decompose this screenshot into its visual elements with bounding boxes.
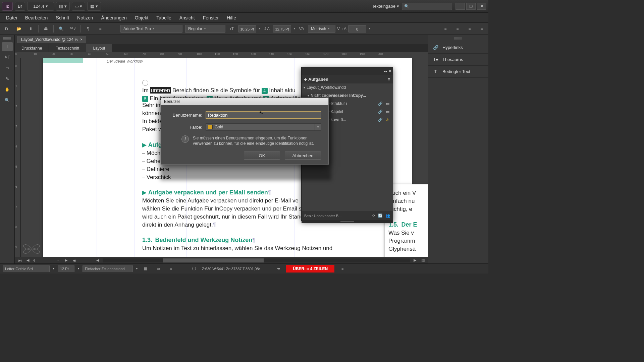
screen-mode-button[interactable]: ▭ ▾ (72, 2, 86, 11)
status-size-input[interactable]: 12 Pt (58, 265, 74, 272)
watermark-icon (21, 241, 42, 257)
panel-thesaurus[interactable]: T≡ Thesaurus (428, 54, 488, 66)
warning-icon: ⚠ (385, 117, 391, 123)
page-icon[interactable]: ▭ (154, 265, 163, 273)
panel-grip[interactable] (454, 37, 463, 40)
font-size-input[interactable]: 10,25 Pt (238, 25, 256, 33)
color-select[interactable]: Gold (206, 123, 315, 131)
search-input[interactable]: 🔍 (402, 3, 452, 10)
eyedropper-tool[interactable]: ✎ (2, 74, 13, 83)
align-right-icon[interactable]: ≡ (465, 25, 474, 33)
bridge-button[interactable]: Br (15, 2, 25, 11)
page-dropdown-icon[interactable]: ▾ (55, 258, 61, 263)
tools-panel: T ✎T ▭ ✎ ✋ 🔍 (0, 35, 15, 263)
vertical-ruler: 0123456789 (15, 58, 21, 257)
align-left-icon[interactable]: ≡ (441, 25, 450, 33)
view-options-button[interactable]: ▥ ▾ (56, 2, 70, 11)
flyout-icon[interactable]: ≡ (96, 25, 105, 33)
page-number-input[interactable]: 4 (33, 258, 53, 262)
position-tool[interactable]: ▭ (2, 64, 13, 72)
zoom-tool[interactable]: 🔍 (2, 96, 13, 105)
panel-menu-icon[interactable]: ≡ (387, 77, 390, 82)
benutzer-dialog: Benutzer Benutzername: Farbe: Gold ▾ i S… (161, 98, 329, 165)
save-icon[interactable]: ⬆ (26, 25, 36, 33)
status-spacing-select[interactable]: Einfacher Zeilenabstand (83, 265, 133, 272)
menu-ansicht[interactable]: Ansicht (175, 13, 199, 23)
next-page-icon[interactable]: ▶ (63, 258, 69, 263)
find-icon[interactable]: 🔍 (56, 25, 66, 33)
align-center-icon[interactable]: ≡ (453, 25, 462, 33)
assignment-file-row[interactable]: ▾ Layout_Workflow.indd (302, 83, 393, 92)
hand-tool[interactable]: ✋ (2, 85, 13, 94)
workspace-dropdown[interactable]: Texteingabe ▾ (369, 2, 402, 11)
print-icon[interactable]: 🖶 (41, 25, 51, 33)
flyout-icon[interactable]: ≡ (166, 265, 176, 273)
maximize-button[interactable]: ▢ (466, 3, 476, 10)
scroll-right-icon[interactable]: ▶ (412, 258, 418, 263)
zoom-dropdown[interactable]: 124,4▾ (27, 2, 54, 11)
panel-grip[interactable] (3, 37, 11, 40)
split-view-icon[interactable]: ▥ (420, 258, 426, 263)
menu-schrift[interactable]: Schrift (52, 13, 73, 23)
horizontal-scrollbar[interactable] (103, 258, 410, 262)
align-justify-icon[interactable]: ≡ (477, 25, 486, 33)
close-tab-icon[interactable]: × (80, 37, 83, 42)
tab-layout[interactable]: Layout (86, 44, 112, 52)
menu-fenster[interactable]: Fenster (199, 13, 223, 23)
spellcheck-icon[interactable]: ᴬᴮ✓ (68, 25, 78, 33)
user-icon[interactable]: 👥 (385, 214, 390, 218)
close-button[interactable]: ✕ (477, 3, 486, 10)
open-icon[interactable]: 📂 (14, 25, 23, 33)
panel-bedingter-text[interactable]: T̲ Bedingter Text (428, 66, 488, 78)
username-label: Benutzername: (169, 113, 206, 118)
info-icon: ⓘ (189, 265, 199, 273)
overset-indicator-icon: ⇥ (273, 265, 283, 273)
status-font-select[interactable]: Letter Gothic Std (3, 265, 50, 272)
panel-collapse-icon[interactable]: ◂◂ (384, 69, 387, 73)
menu-tabelle[interactable]: Tabelle (152, 13, 175, 23)
last-page-icon[interactable]: ⏭ (71, 258, 77, 263)
columns-icon[interactable]: ▥ (141, 265, 150, 273)
dropdown-arrow-icon[interactable]: ▾ (315, 123, 321, 131)
tab-druckfahne[interactable]: Druckfahne (15, 44, 49, 52)
ok-button[interactable]: OK (244, 152, 280, 160)
type-tool[interactable]: T (2, 42, 13, 51)
cancel-button[interactable]: Abbrechen (285, 152, 321, 160)
panel-close-icon[interactable]: ✕ (388, 69, 391, 73)
new-doc-icon[interactable]: 🗋 (2, 25, 11, 33)
tab-textabschnitt[interactable]: Textabschnitt (49, 44, 86, 52)
menu-aenderungen[interactable]: Änderungen (97, 13, 131, 23)
font-family-select[interactable]: Adobe Text Pro▾ (120, 25, 182, 33)
flyout-icon[interactable]: ≡ (338, 265, 347, 273)
first-page-icon[interactable]: ⏮ (17, 258, 23, 263)
pilcrow-icon[interactable]: ¶ (84, 25, 93, 33)
menu-notizen[interactable]: Notizen (73, 13, 97, 23)
menu-objekt[interactable]: Objekt (131, 13, 152, 23)
position-readout: Z:630 W:5441 Zn:37387 T:3501,08r (202, 267, 260, 271)
kerning-select[interactable]: Metrisch▾ (308, 25, 335, 33)
panel-hyperlinks[interactable]: 🔗 Hyperlinks (428, 42, 488, 54)
leading-input[interactable]: 12,75 Pt (273, 25, 291, 33)
tracking-icon: V↔A (338, 25, 345, 33)
status-icon: ▭ (385, 109, 391, 115)
note-tool[interactable]: ✎T (2, 53, 13, 62)
menu-datei[interactable]: Datei (2, 13, 21, 23)
menu-bar: Datei Bearbeiten Schrift Notizen Änderun… (0, 13, 488, 23)
title-bar: Ic Br 124,4▾ ▥ ▾ ▭ ▾ ▦ ▾ Texteingabe ▾ 🔍… (0, 0, 488, 13)
refresh-icon[interactable]: 🔄 (378, 214, 383, 218)
font-style-select[interactable]: Regular▾ (185, 25, 225, 33)
prev-page-icon[interactable]: ◀ (25, 258, 31, 263)
menu-bearbeiten[interactable]: Bearbeiten (21, 13, 52, 23)
tracking-input[interactable]: 0 (348, 25, 366, 33)
document-tab[interactable]: Layout_Workflow.indd @ 124 % × (17, 36, 86, 43)
minimize-button[interactable]: — (455, 3, 465, 10)
update-icon[interactable]: ⟳ (372, 214, 375, 218)
dialog-info-text: Sie müssen einen Benutzernamen eingeben,… (193, 135, 321, 146)
checkout-icon: 🔗 (377, 117, 383, 123)
conditional-text-icon: T̲ (432, 68, 439, 75)
color-swatch (208, 125, 213, 129)
arrange-docs-button[interactable]: ▦ ▾ (87, 2, 101, 11)
scroll-left-icon[interactable]: ◀ (95, 258, 101, 263)
menu-hilfe[interactable]: Hilfe (223, 13, 240, 23)
color-label: Farbe: (169, 125, 206, 130)
